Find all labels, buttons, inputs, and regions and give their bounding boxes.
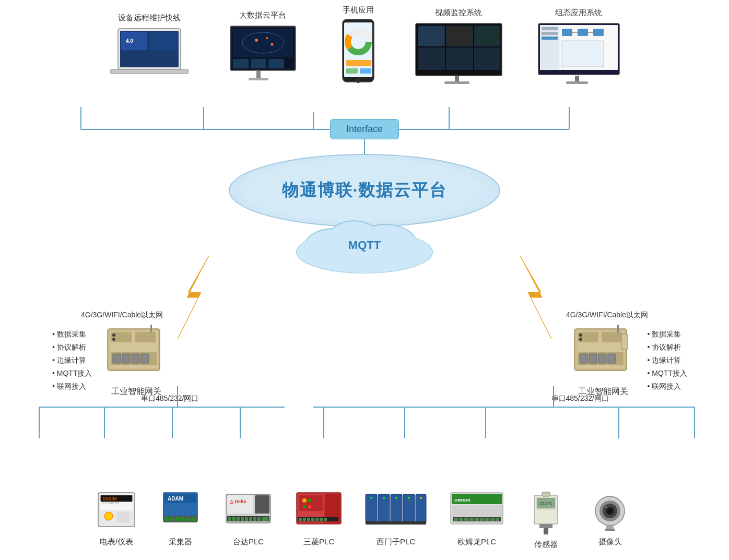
cloud-platform-text: 物通博联·数据云平台 <box>282 179 448 202</box>
interface-box: Interface <box>330 119 399 139</box>
connection-lines <box>0 0 729 560</box>
diagram-container: 设备远程维护快线 4.0 大数据云平台 <box>0 0 729 560</box>
lightning-right <box>494 256 562 341</box>
interface-label: Interface <box>346 124 383 134</box>
mqtt-label: MQTT <box>348 239 381 252</box>
lightning-left <box>167 256 235 341</box>
mqtt-area: MQTT <box>312 219 417 266</box>
